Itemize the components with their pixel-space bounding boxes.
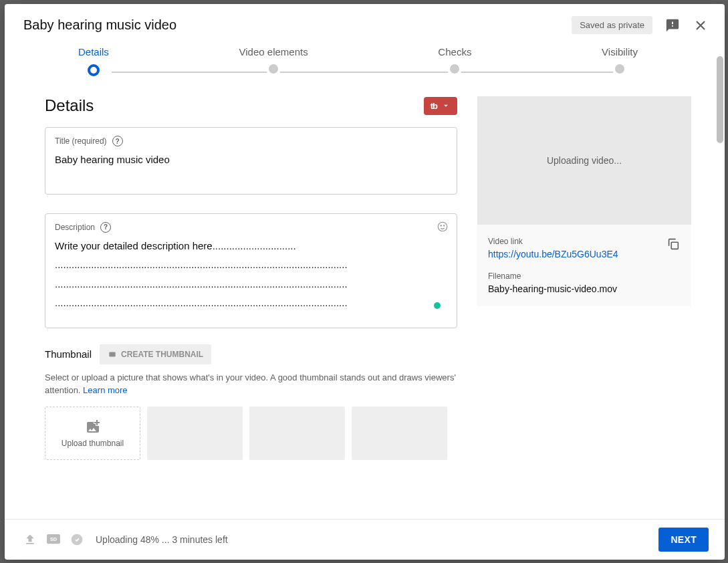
details-heading: Details — [45, 96, 94, 115]
chevron-down-icon — [441, 101, 451, 110]
upload-dialog: Baby hearing music video Saved as privat… — [5, 4, 725, 560]
filename-value: Baby-hearing-music-video.mov — [488, 284, 681, 294]
step-checks-circle — [450, 64, 459, 74]
dialog-header: Baby hearing music video Saved as privat… — [5, 4, 725, 46]
details-section-header: Details tb — [45, 96, 457, 115]
upload-thumbnail-box[interactable]: Upload thumbnail — [45, 407, 140, 460]
video-preview: Uploading video... — [477, 96, 691, 225]
side-panel: Uploading video... Video link https://yo… — [477, 96, 725, 519]
copy-icon — [666, 237, 681, 251]
main-panel: Details tb Title (required) ? Descri — [5, 96, 477, 519]
svg-text:SD: SD — [50, 536, 57, 542]
video-link-label: Video link — [488, 237, 681, 246]
add-image-icon — [85, 419, 101, 435]
upload-thumbnail-label: Upload thumbnail — [62, 439, 124, 448]
copy-link-button[interactable] — [666, 237, 681, 254]
thumbnail-row: Upload thumbnail — [45, 407, 457, 460]
step-details-label: Details — [78, 46, 109, 58]
step-video-elements[interactable]: Video elements — [239, 46, 308, 76]
step-checks-label: Checks — [438, 46, 471, 58]
preview-status-text: Uploading video... — [547, 155, 622, 166]
step-video-elements-label: Video elements — [239, 46, 308, 58]
tubebuddy-icon — [108, 350, 117, 359]
thumbnail-placeholder-1[interactable] — [147, 407, 243, 460]
header-actions: Saved as private — [572, 16, 709, 34]
grammarly-indicator-icon[interactable] — [434, 302, 441, 309]
svg-point-2 — [444, 225, 445, 225]
step-visibility[interactable]: Visibility — [602, 46, 638, 76]
next-button[interactable]: NEXT — [658, 528, 709, 552]
description-help-icon[interactable]: ? — [100, 222, 111, 233]
check-circle-icon — [70, 533, 84, 546]
svg-point-7 — [72, 534, 83, 546]
stepper: Details Video elements Checks Visibility — [5, 46, 725, 76]
svg-rect-4 — [671, 242, 678, 249]
description-label: Description — [55, 223, 95, 232]
feedback-icon-svg — [665, 18, 680, 33]
title-help-icon[interactable]: ? — [112, 136, 123, 146]
feedback-icon[interactable] — [664, 17, 681, 33]
video-link-value[interactable]: https://youtu.be/BZu5G6Uu3E4 — [488, 249, 681, 259]
step-details-circle — [88, 64, 100, 76]
footer-left: SD Uploading 48% ... 3 minutes left — [23, 533, 228, 546]
thumbnail-placeholder-3[interactable] — [352, 407, 447, 460]
svg-point-1 — [441, 225, 441, 225]
step-visibility-circle — [615, 64, 624, 74]
svg-rect-3 — [109, 352, 115, 356]
thumbnail-title: Thumbnail — [45, 348, 92, 360]
scrollbar-thumb[interactable] — [717, 56, 723, 143]
create-thumbnail-label: CREATE THUMBNAIL — [121, 350, 203, 359]
title-input[interactable] — [55, 150, 447, 185]
step-checks[interactable]: Checks — [438, 46, 471, 76]
title-label-row: Title (required) ? — [55, 136, 447, 146]
sd-badge-icon: SD — [46, 534, 61, 546]
thumbnail-learn-more-link[interactable]: Learn more — [83, 385, 127, 395]
stepper-line — [112, 72, 618, 73]
thumbnail-header: Thumbnail CREATE THUMBNAIL — [45, 344, 457, 364]
description-label-row: Description ? — [55, 222, 447, 233]
video-link-row: Video link https://youtu.be/BZu5G6Uu3E4 — [488, 237, 681, 259]
upload-status-text: Uploading 48% ... 3 minutes left — [96, 534, 228, 545]
step-visibility-label: Visibility — [602, 46, 638, 58]
filename-label: Filename — [488, 271, 681, 281]
thumbnail-placeholder-2[interactable] — [249, 407, 345, 460]
svg-point-0 — [438, 222, 447, 231]
upload-progress-icon — [23, 533, 37, 546]
close-button[interactable] — [693, 17, 709, 33]
dialog-title: Baby hearing music video — [23, 17, 176, 33]
thumbnail-description: Select or upload a picture that shows wh… — [45, 371, 457, 397]
side-info: Video link https://youtu.be/BZu5G6Uu3E4 … — [477, 225, 691, 306]
step-details[interactable]: Details — [78, 46, 109, 76]
close-icon — [693, 17, 709, 33]
save-status-chip: Saved as private — [572, 16, 652, 34]
dialog-footer: SD Uploading 48% ... 3 minutes left NEXT — [5, 519, 725, 560]
step-video-elements-circle — [269, 64, 278, 74]
description-field[interactable]: Description ? — [45, 213, 457, 328]
tubebuddy-dropdown[interactable]: tb — [424, 97, 457, 115]
create-thumbnail-button[interactable]: CREATE THUMBNAIL — [100, 344, 211, 364]
title-field[interactable]: Title (required) ? — [45, 127, 457, 195]
emoji-picker-icon[interactable] — [437, 221, 449, 235]
filename-row: Filename Baby-hearing-music-video.mov — [488, 271, 681, 294]
title-label: Title (required) — [55, 136, 107, 146]
tubebuddy-badge-text: tb — [431, 101, 437, 111]
dialog-body: Details tb Title (required) ? Descri — [5, 76, 725, 519]
description-input[interactable] — [55, 237, 447, 316]
